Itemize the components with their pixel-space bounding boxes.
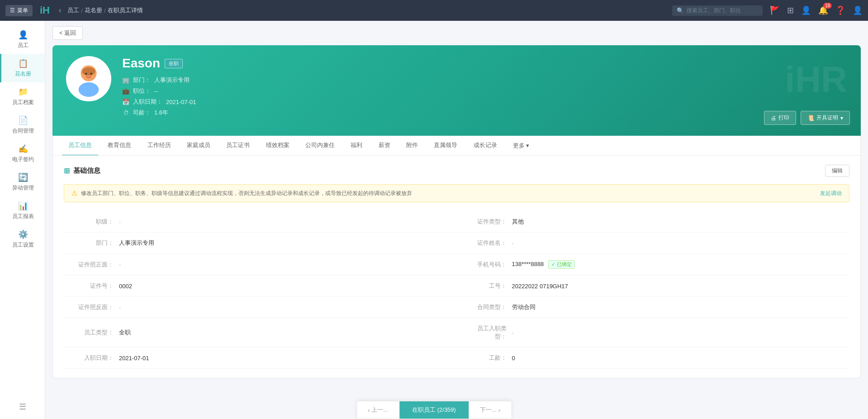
tab-attachment[interactable]: 附件 (400, 136, 424, 156)
sidebar-item-archive[interactable]: 📁 员工档案 (0, 82, 45, 111)
tab-work-history[interactable]: 工作经历 (141, 136, 177, 156)
notification-icon[interactable]: 🔔 18 (818, 5, 828, 15)
breadcrumb: 员工 / 花名册 / 在职员工详情 (67, 6, 142, 14)
profile-header: Eason 在职 🏢 部门： 人事演示专用 💼 职位： -- 📅 入职日期： 2… (52, 45, 861, 136)
tab-direct-leader[interactable]: 直属领导 (427, 136, 464, 156)
field-phone-value: 138****8888 ✓ 已绑定 (512, 260, 841, 269)
help-icon[interactable]: ❓ (835, 5, 845, 15)
field-cert-front-label: 证件照正面： (73, 261, 114, 269)
prev-page-button[interactable]: ‹ 上一... (357, 401, 399, 419)
cert-icon: 📜 (807, 115, 814, 121)
tenure-label: 司龄： (133, 109, 151, 117)
profile-dept: 🏢 部门： 人事演示专用 (122, 76, 847, 84)
dept-icon: 🏢 (122, 77, 129, 84)
sidebar-item-employee[interactable]: 👤 员工 (0, 25, 45, 54)
svg-point-4 (85, 73, 87, 75)
sidebar-item-anomaly[interactable]: 🔄 异动管理 (0, 168, 45, 196)
sidebar-label-roster: 花名册 (15, 70, 31, 78)
search-input[interactable] (687, 7, 758, 14)
sidebar-label-settings: 员工设置 (12, 241, 34, 249)
grid-icon[interactable]: ⊞ (787, 5, 794, 15)
field-employee-id-label: 工号： (466, 282, 507, 290)
tab-performance[interactable]: 绩效档案 (260, 136, 296, 156)
search-box[interactable]: 🔍 (672, 5, 763, 16)
avatar-image (71, 61, 107, 97)
tab-certificate[interactable]: 员工证书 (220, 136, 256, 156)
sidebar-item-settings[interactable]: ⚙️ 员工设置 (0, 225, 45, 253)
sidebar-item-report[interactable]: 📊 员工报表 (0, 196, 45, 225)
tab-welfare[interactable]: 福利 (344, 136, 369, 156)
tab-growth[interactable]: 成长记录 (467, 136, 503, 156)
watermark: iHR (785, 59, 847, 100)
field-cert-type-label: 证件类型： (466, 218, 507, 226)
section-title-icon: ⊞ (64, 167, 70, 175)
tab-concurrent[interactable]: 公司内兼任 (299, 136, 341, 156)
verified-badge: ✓ 已绑定 (548, 260, 575, 269)
field-employee-id-value: 20222022 0719GH17 (512, 283, 841, 290)
field-contract-type: 合同类型： 劳动合同 (457, 297, 850, 318)
menu-icon: ☰ (10, 7, 15, 14)
edit-button[interactable]: 编辑 (825, 165, 849, 177)
back-button[interactable]: < 返回 (52, 26, 83, 40)
sidebar-label-contract: 合同管理 (12, 127, 34, 135)
nav-back-button[interactable]: ‹ (57, 6, 63, 14)
profile-position: 💼 职位： -- (122, 87, 847, 95)
notification-badge: 18 (823, 3, 832, 9)
field-emp-type: 员工类型： 全职 (64, 318, 457, 348)
warning-action-link[interactable]: 发起调动 (820, 190, 842, 197)
warning-text: 修改员工部门、职位、职务、职级等信息建议通过调动流程实现，否则无法生成异动记录和… (81, 190, 412, 197)
basic-info-section: ⊞ 基础信息 编辑 ⚠ 修改员工部门、职位、职务、职级等信息建议通过调动流程实现… (53, 156, 860, 378)
position-value: -- (154, 88, 158, 95)
tab-family[interactable]: 家庭成员 (180, 136, 217, 156)
field-dept-value: 人事演示专用 (119, 239, 448, 247)
svg-point-1 (79, 82, 99, 97)
profile-tenure: ⏱ 司龄： 1.6年 (122, 109, 847, 117)
fields-grid: 职级： - 证件类型： 其他 部门： 人事演示专用 证件姓名： - (64, 211, 849, 369)
field-contract-type-label: 合同类型： (466, 303, 507, 311)
warning-left: ⚠ 修改员工部门、职位、职务、职级等信息建议通过调动流程实现，否则无法生成异动记… (71, 189, 412, 197)
cert-button[interactable]: 📜 开具证明 ▾ (801, 111, 850, 125)
field-cert-back-label: 证件照反面： (73, 303, 114, 311)
field-phone-label: 手机号码： (466, 261, 507, 269)
account-icon[interactable]: 👤 (853, 5, 863, 15)
tab-education[interactable]: 教育信息 (101, 136, 138, 156)
content-area: < 返回 Eason 在职 (45, 21, 868, 419)
flag-icon[interactable]: 🚩 (770, 5, 780, 15)
employee-icon: 👤 (18, 30, 28, 40)
sidebar-item-esign[interactable]: ✍️ 电子签约 (0, 139, 45, 168)
print-button[interactable]: 🖨 打印 (764, 111, 796, 125)
settings-icon: ⚙️ (18, 229, 28, 239)
cert-dropdown-icon: ▾ (840, 115, 843, 121)
sidebar-item-contract[interactable]: 📄 合同管理 (0, 111, 45, 139)
archive-icon: 📁 (18, 87, 28, 97)
detail-card: 员工信息 · 教育信息 · 工作经历 · 家庭成员 · 员工证书 · 绩效档案 … (52, 136, 861, 378)
field-phone: 手机号码： 138****8888 ✓ 已绑定 (457, 254, 850, 276)
contract-icon: 📄 (18, 115, 28, 125)
profile-info: Eason 在职 🏢 部门： 人事演示专用 💼 职位： -- 📅 入职日期： 2… (122, 56, 847, 119)
sidebar-label-employee: 员工 (18, 42, 28, 49)
tab-salary[interactable]: 薪资 (372, 136, 397, 156)
field-cert-name-value: - (512, 240, 841, 247)
anomaly-icon: 🔄 (18, 172, 28, 182)
next-page-button[interactable]: 下一... › (469, 401, 511, 419)
tab-more[interactable]: 更多 ▾ (507, 136, 536, 155)
section-header: ⊞ 基础信息 编辑 (64, 165, 849, 177)
check-icon: ✓ (551, 262, 555, 267)
status-badge: 在职 (165, 59, 183, 68)
tab-employee-info[interactable]: 员工信息 (62, 136, 98, 156)
sidebar-bottom: ☰ (0, 395, 45, 419)
field-cert-name-label: 证件姓名： (466, 239, 507, 247)
field-cert-num: 证件号： 0002 (64, 276, 457, 297)
menu-button[interactable]: ☰ 菜单 (5, 5, 33, 16)
next-icon: › (498, 407, 500, 414)
sidebar: 👤 员工 📋 花名册 📁 员工档案 📄 合同管理 ✍️ 电子签约 🔄 异动管理 … (0, 21, 45, 419)
field-cert-type-value: 其他 (512, 218, 841, 226)
field-contract-type-value: 劳动合同 (512, 303, 841, 311)
sidebar-item-roster[interactable]: 📋 花名册 (0, 54, 45, 82)
sidebar-collapse-icon[interactable]: ☰ (16, 399, 29, 414)
sidebar-label-anomaly: 异动管理 (12, 184, 34, 192)
user-circle-icon[interactable]: 👤 (801, 5, 811, 15)
field-cert-back: 证件照反面： - (64, 297, 457, 318)
clock-icon: ⏱ (122, 110, 129, 116)
field-entry-type-value: - (512, 329, 841, 336)
